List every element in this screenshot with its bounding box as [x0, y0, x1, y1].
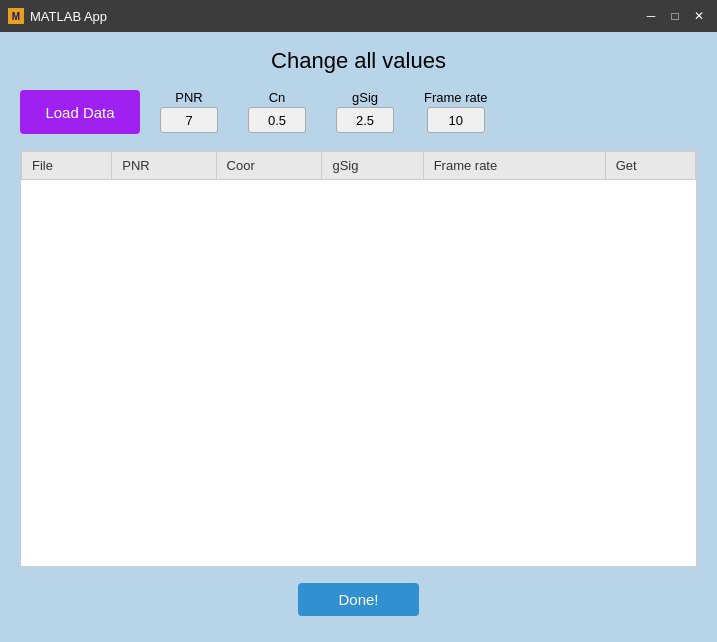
param-group-pnr: PNR — [160, 90, 218, 133]
minimize-button[interactable]: ─ — [641, 6, 661, 26]
param-group-cn: Cn — [248, 90, 306, 133]
app-icon: M — [8, 8, 24, 24]
load-data-button[interactable]: Load Data — [20, 90, 140, 134]
param-input-framerate[interactable] — [427, 107, 485, 133]
col-coor: Coor — [216, 152, 322, 180]
page-title: Change all values — [20, 48, 697, 74]
param-label-framerate: Frame rate — [424, 90, 488, 105]
params-section: PNR Cn gSig Frame rate — [160, 90, 488, 133]
col-file: File — [22, 152, 112, 180]
maximize-button[interactable]: □ — [665, 6, 685, 26]
done-button[interactable]: Done! — [298, 583, 418, 616]
param-group-gsig: gSig — [336, 90, 394, 133]
param-label-pnr: PNR — [175, 90, 202, 105]
param-input-gsig[interactable] — [336, 107, 394, 133]
table-header-row: File PNR Coor gSig Frame rate Get — [22, 152, 696, 180]
param-input-pnr[interactable] — [160, 107, 218, 133]
param-label-cn: Cn — [269, 90, 286, 105]
col-framerate: Frame rate — [423, 152, 605, 180]
controls-row: Load Data PNR Cn gSig — [20, 90, 697, 134]
app-window: M MATLAB App ─ □ ✕ Change all values Loa… — [0, 0, 717, 642]
col-get: Get — [605, 152, 695, 180]
param-group-framerate: Frame rate — [424, 90, 488, 133]
param-label-gsig: gSig — [352, 90, 378, 105]
content-area: Change all values Load Data PNR Cn gSig — [0, 32, 717, 642]
window-controls: ─ □ ✕ — [641, 6, 709, 26]
close-button[interactable]: ✕ — [689, 6, 709, 26]
title-bar: M MATLAB App ─ □ ✕ — [0, 0, 717, 32]
param-input-cn[interactable] — [248, 107, 306, 133]
data-table: File PNR Coor gSig Frame rate Get — [21, 151, 696, 180]
app-title: MATLAB App — [30, 9, 641, 24]
col-pnr: PNR — [112, 152, 216, 180]
data-table-container: File PNR Coor gSig Frame rate Get — [20, 150, 697, 567]
bottom-bar: Done! — [20, 583, 697, 626]
col-gsig: gSig — [322, 152, 423, 180]
